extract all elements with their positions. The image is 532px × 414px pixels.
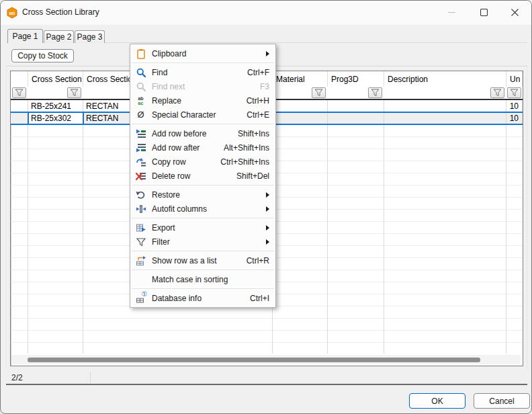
autofit-columns-icon [135,204,146,214]
menu-item-show-row-as-list[interactable]: Show row as a list Ctrl+R [130,253,275,267]
cancel-button[interactable]: Cancel [474,393,530,409]
filter-funnel-icon [70,89,79,97]
tab-page-3[interactable]: Page 3 [75,30,105,43]
filter-funnel-icon [371,89,380,97]
row-selector-cell[interactable] [11,100,28,112]
menu-item-replace[interactable]: abac Replace Ctrl+H [130,93,275,108]
horizontal-scrollbar-thumb[interactable] [28,358,480,362]
copy-row-icon [135,157,146,167]
window-title: Cross Section Library [22,7,99,17]
restore-icon [135,190,146,200]
filter-funnel-icon [314,89,323,97]
database-info-icon: ① [135,293,146,304]
cell-un[interactable]: 10 [506,112,523,124]
menu-item-add-row-before[interactable]: Add row before Shift+Ins [130,126,275,140]
minimize-button[interactable] [436,1,467,24]
filter-button-cross-section[interactable] [67,87,81,98]
tab-page-1[interactable]: Page 1 [7,29,43,43]
add-row-before-icon [135,128,146,139]
add-row-after-icon [135,142,146,153]
app-icon: BD [6,7,18,19]
menu-item-filter[interactable]: Filter [130,235,275,249]
menu-item-autofit-columns[interactable]: Autofit columns [130,202,275,216]
context-menu: Clipboard Find Ctrl+F Find next F3 abac … [130,44,276,308]
special-character-icon: Ø [135,110,146,120]
filter-button-un[interactable] [507,87,521,98]
grid-column-line [28,125,28,354]
column-header-un[interactable]: Un [506,71,523,87]
menu-item-clipboard[interactable]: Clipboard [130,46,275,60]
menu-separator [132,124,274,124]
panel-edge-left [6,67,7,368]
ok-button[interactable]: OK [409,393,466,409]
close-button[interactable] [499,1,530,24]
grid-column-line [506,125,506,354]
horizontal-scrollbar[interactable] [11,355,521,364]
status-bar: 2/2 [6,370,527,385]
submenu-arrow-icon [266,192,269,198]
menu-separator [132,185,274,185]
cell-description[interactable] [384,100,506,112]
menu-item-delete-row[interactable]: Delete row Shift+Del [130,169,275,183]
cell-prog3d[interactable] [328,100,384,112]
tab-page-2[interactable]: Page 2 [44,30,74,43]
cell-un[interactable]: 10 [506,100,523,112]
submenu-arrow-icon [266,51,269,56]
find-next-icon [135,81,146,92]
no-icon [135,274,146,285]
menu-item-database-info[interactable]: ① Database info Ctrl+I [130,291,275,305]
grid-column-line [327,125,328,354]
menu-item-match-case-in-sorting[interactable]: Match case in sorting [130,272,275,286]
panel-edge-right [527,67,527,368]
row-selector-cell[interactable] [11,112,28,124]
submenu-arrow-icon [266,239,269,245]
cell-material[interactable] [273,112,328,124]
export-icon [135,222,146,233]
filter-icon [135,237,146,247]
column-header-prog3d[interactable]: Prog3D [328,71,384,87]
minimize-icon [448,9,455,16]
menu-item-add-row-after[interactable]: Add row after Alt+Shift+Ins [130,140,275,155]
cell-cross-section[interactable]: RB-25x241 [28,100,83,112]
menu-item-find[interactable]: Find Ctrl+F [130,65,275,79]
record-count: 2/2 [11,373,23,382]
column-header-selector[interactable] [11,71,28,87]
menu-item-copy-row[interactable]: Copy row Ctrl+Shift+Ins [130,155,275,169]
menu-separator [132,270,274,270]
title-bar: BD Cross Section Library [1,1,531,25]
column-header-description[interactable]: Description [384,71,506,87]
menu-item-restore[interactable]: Restore [130,188,275,202]
filter-funnel-icon [493,89,502,97]
filter-funnel-icon [510,89,519,97]
filter-button-material[interactable] [312,87,326,98]
focused-cell-cross-section[interactable]: RB-25x302 [28,112,84,125]
replace-icon: abac [135,95,146,106]
delete-row-icon [135,171,146,181]
grid-column-line [83,125,83,354]
maximize-button[interactable] [468,1,499,24]
copy-to-stock-button[interactable]: Copy to Stock [11,49,74,63]
status-bar-divider [90,372,91,383]
menu-separator [132,218,274,218]
filter-button-description[interactable] [490,87,504,98]
menu-item-export[interactable]: Export [130,220,275,235]
close-icon [511,9,519,16]
grid-column-line [384,125,384,354]
cross-section-library-dialog: BD Cross Section Library Page 1 Page 2 P… [0,0,532,414]
cell-description[interactable] [384,112,506,124]
filter-button-prog3d[interactable] [368,87,382,98]
menu-separator [132,288,274,289]
column-header-cross-section[interactable]: Cross Section [28,71,83,87]
cell-material[interactable] [273,100,328,112]
menu-item-special-character[interactable]: Ø Special Character Ctrl+E [130,108,275,122]
show-row-as-list-icon [135,255,146,266]
filter-funnel-icon [15,89,24,97]
maximize-icon [480,9,488,16]
filter-button-selector[interactable] [12,87,26,98]
cell-prog3d[interactable] [328,112,384,124]
menu-item-find-next[interactable]: Find next F3 [130,79,275,93]
column-header-material[interactable]: Material [273,71,328,87]
svg-text:BD: BD [9,11,15,15]
menu-separator [132,63,274,63]
find-icon [135,67,146,78]
